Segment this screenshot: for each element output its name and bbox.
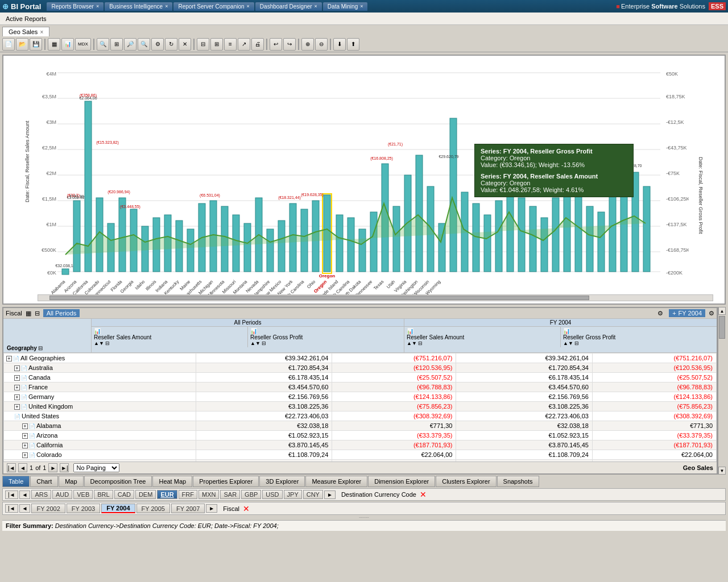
- toolbar-search[interactable]: 🔍: [97, 38, 109, 51]
- year-next[interactable]: ►: [206, 504, 217, 513]
- expand-icon[interactable]: +: [672, 310, 676, 317]
- toolbar-open[interactable]: 📂: [16, 38, 28, 51]
- currency-btn-dem[interactable]: DEM: [135, 490, 156, 499]
- toolbar-filter[interactable]: ⊞: [110, 38, 123, 51]
- bottom-tab-3d-explorer[interactable]: 3D Explorer: [259, 476, 305, 487]
- chart-scrollbar-h[interactable]: [38, 294, 713, 301]
- toolbar-undo[interactable]: ↩: [270, 38, 282, 51]
- bottom-tab-properties-explorer[interactable]: Properties Explorer: [193, 476, 259, 487]
- grid-scrollbar-v[interactable]: ▲ ▼: [718, 307, 726, 475]
- rgp-filter[interactable]: ⊟: [262, 340, 266, 346]
- table-row[interactable]: +📄Germany€2.156.769,56(€124.133,86)€2.15…: [4, 392, 717, 402]
- table-row[interactable]: +📄Australia€1.720.854,34(€120.536,95)€1.…: [4, 363, 717, 373]
- report-tab[interactable]: Geo Sales ×: [2, 27, 49, 36]
- currency-btn-usd[interactable]: USD: [262, 490, 282, 499]
- currency-close[interactable]: ✕: [420, 490, 427, 499]
- menu-item-active-reports[interactable]: Active Reports: [2, 14, 50, 23]
- currency-btn-sar[interactable]: SAR: [220, 490, 240, 499]
- rsa-icon[interactable]: 📊: [94, 328, 245, 334]
- toolbar-refresh[interactable]: ↻: [165, 38, 177, 51]
- toolbar-pivot[interactable]: ⊞: [210, 38, 223, 51]
- rsa-filter[interactable]: ⊟: [105, 340, 110, 346]
- rgp-fy-filter[interactable]: ⊟: [574, 340, 579, 346]
- page-next[interactable]: ►: [48, 463, 57, 472]
- toolbar-settings[interactable]: ⚙: [151, 38, 164, 51]
- rgp-icon[interactable]: 📊: [250, 328, 402, 334]
- table-row[interactable]: +📄United Kingdom€3.108.225,36(€75.856,23…: [4, 402, 717, 411]
- year-btn-fy-2002[interactable]: FY 2002: [31, 504, 65, 513]
- toolbar-mdx[interactable]: MDX: [75, 38, 91, 51]
- tab-report-server[interactable]: Report Server Companion ×: [173, 2, 254, 11]
- year-prev[interactable]: ◄: [19, 504, 31, 513]
- page-first[interactable]: |◄: [7, 463, 16, 472]
- rsa-sort[interactable]: ▲▼: [94, 340, 104, 346]
- rsa-fy-icon[interactable]: 📊: [407, 328, 558, 334]
- bottom-tab-dimension-explorer[interactable]: Dimension Explorer: [368, 476, 435, 487]
- toolbar-save[interactable]: 💾: [30, 38, 42, 51]
- tab-reports-browser[interactable]: Reports Browser ×: [47, 2, 104, 11]
- filter-icon2[interactable]: ⊟: [35, 310, 40, 317]
- currency-btn-aud[interactable]: AUD: [52, 490, 72, 499]
- toolbar-collapse[interactable]: ⊖: [315, 38, 328, 51]
- bottom-tab-snapshots[interactable]: Snapshots: [497, 476, 539, 487]
- expand-icon[interactable]: +: [14, 365, 20, 371]
- currency-next[interactable]: ►: [324, 490, 336, 499]
- bottom-tab-heat-map[interactable]: Heat Map: [152, 476, 192, 487]
- rsa-fy-filter[interactable]: ⊟: [418, 340, 423, 346]
- expand-icon[interactable]: +: [14, 404, 20, 410]
- table-row[interactable]: +📄Canada€6.178.435,14(€25.507,52)€6.178.…: [4, 373, 717, 383]
- currency-btn-mxn[interactable]: MXN: [198, 490, 219, 499]
- expand-icon[interactable]: +: [22, 433, 28, 439]
- table-row[interactable]: +📄Colorado€1.108.709,24€22.064,00€1.108.…: [4, 450, 717, 460]
- toolbar-drilldown[interactable]: ⬇: [333, 38, 346, 51]
- toolbar-expand[interactable]: ⊕: [301, 38, 314, 51]
- currency-btn-jpy[interactable]: JPY: [284, 490, 302, 499]
- currency-btn-gbp[interactable]: GBP: [241, 490, 261, 499]
- gear-icon2[interactable]: ⚙: [709, 310, 714, 317]
- close-icon[interactable]: ×: [96, 3, 99, 9]
- table-row[interactable]: +📄Alabama€32.038,18€771,30€32.038,18€771…: [4, 421, 717, 431]
- rgp-fy-icon[interactable]: 📊: [563, 328, 714, 334]
- currency-btn-frf[interactable]: FRF: [179, 490, 197, 499]
- toolbar-sort[interactable]: ≡: [224, 38, 237, 51]
- year-prev-prev[interactable]: |◄: [5, 504, 18, 513]
- close-icon[interactable]: ×: [315, 3, 317, 9]
- expand-icon[interactable]: +: [22, 423, 28, 429]
- toolbar-delete[interactable]: ✕: [179, 38, 191, 51]
- table-row[interactable]: +📄France€3.454.570,60(€96.788,83)€3.454.…: [4, 383, 717, 392]
- bottom-tab-decomposition-tree[interactable]: Decomposition Tree: [84, 476, 152, 487]
- fiscal-close[interactable]: ✕: [243, 504, 250, 513]
- bottom-tab-measure-explorer[interactable]: Measure Explorer: [305, 476, 367, 487]
- currency-btn-brl[interactable]: BRL: [94, 490, 113, 499]
- close-icon[interactable]: ×: [165, 3, 168, 9]
- page-last[interactable]: ►|: [60, 463, 69, 472]
- expand-icon[interactable]: +: [6, 356, 12, 361]
- rgp-sort[interactable]: ▲▼: [250, 340, 260, 346]
- tab-data-mining[interactable]: Data Mining ×: [323, 2, 368, 11]
- rsa-fy-sort[interactable]: ▲▼: [407, 340, 417, 346]
- tab-bi[interactable]: Business Intelligence ×: [105, 2, 172, 11]
- toolbar-redo[interactable]: ↪: [283, 38, 296, 51]
- expand-icon[interactable]: +: [14, 375, 20, 381]
- toolbar-chart[interactable]: 📊: [61, 38, 74, 51]
- year-btn-fy-2004[interactable]: FY 2004: [101, 504, 135, 513]
- currency-btn-veb[interactable]: VEB: [73, 490, 93, 499]
- expand-icon[interactable]: +: [22, 452, 28, 458]
- close-icon[interactable]: ×: [247, 3, 250, 9]
- currency-btn-eur[interactable]: EUR: [157, 490, 177, 499]
- toolbar-table[interactable]: ⊟: [197, 38, 209, 51]
- no-paging-select[interactable]: No Paging 10 per page 25 per page: [73, 463, 119, 472]
- toolbar-grid[interactable]: ▦: [48, 38, 60, 51]
- toolbar-zoomout[interactable]: 🔍: [138, 38, 150, 51]
- toolbar-zoom[interactable]: 🔎: [124, 38, 136, 51]
- year-btn-fy-2005[interactable]: FY 2005: [136, 504, 170, 513]
- toolbar-new[interactable]: 📄: [2, 38, 15, 51]
- bottom-tab-clusters-explorer[interactable]: Clusters Explorer: [436, 476, 496, 487]
- currency-btn-cny[interactable]: CNY: [303, 490, 323, 499]
- expand-icon[interactable]: +: [14, 394, 20, 400]
- geo-filter-icon[interactable]: ⊟: [38, 345, 43, 351]
- toolbar-export[interactable]: ↗: [238, 38, 250, 51]
- year-btn-fy-2007[interactable]: FY 2007: [171, 504, 205, 513]
- filter-icon[interactable]: ▦: [26, 310, 31, 317]
- table-row[interactable]: 📄United States€22.723.406,03(€308.392,69…: [4, 411, 717, 421]
